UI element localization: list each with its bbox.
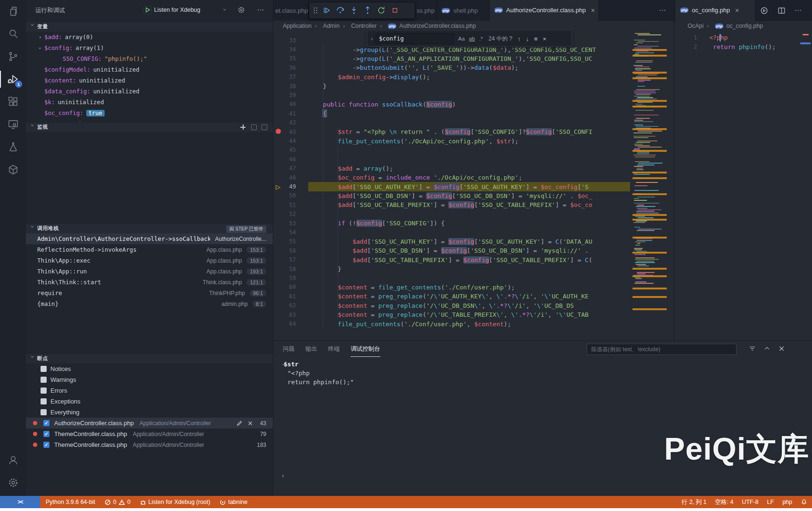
close-icon[interactable]: [778, 345, 786, 353]
console-filter-input[interactable]: 筛选器(例如 text、!exclude): [587, 344, 737, 355]
breadcrumb-item[interactable]: Admin: [312, 23, 340, 29]
tab-terminal[interactable]: 终端: [328, 345, 340, 353]
test-beaker-icon[interactable]: [0, 136, 26, 158]
twisty-icon[interactable]: ›: [36, 34, 44, 41]
code-line[interactable]: 38 }: [273, 82, 630, 91]
tab-partial-mid[interactable]: ss.php: [415, 0, 437, 21]
code-line[interactable]: 36 ->buttonSubmit('', L('_SAVE_'))->data…: [273, 63, 630, 72]
code-line[interactable]: 58 }: [273, 264, 630, 273]
status-eol[interactable]: LF: [767, 499, 774, 505]
settings-gear-icon[interactable]: [0, 471, 26, 494]
breakpoint-toggle-row[interactable]: Notices: [26, 363, 273, 374]
console-line[interactable]: "<?php: [273, 369, 812, 378]
variable-row[interactable]: ›$add:array(0): [26, 32, 273, 42]
drag-handle-icon[interactable]: [313, 7, 318, 14]
breakpoint-file-row[interactable]: ✓ThemeController.class.phpApplication/Ad…: [26, 439, 273, 450]
code-line[interactable]: 2 return phpinfo();: [674, 42, 812, 51]
stack-frame-row[interactable]: Think\App::runApp.class.php193:1: [26, 266, 273, 277]
find-input[interactable]: $config: [376, 33, 454, 44]
breadcrumb-item[interactable]: Controller: [340, 23, 377, 29]
console-input-prompt[interactable]: ›: [281, 472, 285, 479]
breakpoint-toggle-row[interactable]: Warnings: [26, 374, 273, 385]
breadcrumb-item[interactable]: phpAuthorizeController.class.php: [377, 23, 476, 29]
code-line[interactable]: 40 public function ssoCallback($config): [273, 100, 630, 109]
edit-pencil-icon[interactable]: [236, 420, 243, 427]
files-icon[interactable]: [0, 0, 26, 23]
stack-frame-row[interactable]: {main}admin.php8:1: [26, 298, 273, 309]
variable-row[interactable]: $k:uninitialized: [26, 97, 273, 107]
code-line[interactable]: 46: [273, 155, 630, 164]
stack-frame-row[interactable]: ReflectionMethod->invokeArgsApp.class.ph…: [26, 244, 273, 255]
chevron-down-icon[interactable]: ›: [221, 8, 229, 10]
split-editor-icon[interactable]: [777, 6, 786, 17]
package-icon[interactable]: [0, 158, 26, 181]
gear-icon[interactable]: [237, 6, 246, 16]
remote-indicator[interactable]: ><: [0, 496, 40, 508]
checkbox-unchecked[interactable]: [41, 387, 47, 394]
checkbox-unchecked[interactable]: [41, 366, 47, 372]
notifications-bell-icon[interactable]: [801, 499, 807, 505]
code-editor[interactable]: › $config Aa ab .* 24 中的 ? ↑ ↓ ≡ × 3334 …: [273, 31, 674, 340]
run-and-debug-icon[interactable]: 1: [0, 68, 26, 91]
tab-oc-config[interactable]: php oc_config.php ×: [675, 0, 755, 21]
tab-problems[interactable]: 问题: [283, 345, 295, 353]
code-line[interactable]: 56 $add['SSO_UC_DB_DSN'] = $config['SSO_…: [273, 246, 630, 255]
account-icon[interactable]: [0, 449, 26, 471]
find-prev-icon[interactable]: ↑: [517, 35, 521, 42]
watch-action-icon[interactable]: [251, 124, 257, 130]
match-case-icon[interactable]: Aa: [458, 36, 465, 41]
checkbox-unchecked[interactable]: [41, 409, 47, 415]
breakpoint-toggle-row[interactable]: Everything: [26, 407, 273, 418]
code-line[interactable]: 48 $oc_config = include_once './OcApi/oc…: [273, 173, 630, 182]
code-line[interactable]: 57 $add['SSO_UC_TABLE_PREFIX'] = $config…: [273, 256, 630, 264]
close-icon[interactable]: ×: [735, 7, 739, 14]
status-indentation[interactable]: 空格: 4: [715, 498, 733, 506]
code-line[interactable]: 53 if (!$config['SSO_CONFIG']) {: [273, 219, 630, 228]
status-xdebug[interactable]: Listen for Xdebug (root): [140, 499, 210, 505]
code-line[interactable]: 51 $add['SSO_UC_TABLE_PREFIX'] = $config…: [273, 200, 630, 209]
code-line[interactable]: 62 $content = preg_replace('/\'UC_DB_DSN…: [273, 301, 630, 310]
whole-word-icon[interactable]: ab: [469, 36, 475, 41]
breakpoint-toggle-row[interactable]: Exceptions: [26, 396, 273, 407]
stack-frame-row[interactable]: Think\Think::startThink.class.php121:1: [26, 277, 273, 288]
debug-step-out-icon[interactable]: [363, 6, 372, 15]
source-control-icon[interactable]: [0, 45, 26, 68]
variables-section-header[interactable]: › 变量: [26, 21, 273, 32]
search-icon[interactable]: [0, 23, 26, 45]
code-line[interactable]: 50 $add['SSO_UC_DB_DSN'] = $config['SSO_…: [273, 191, 630, 200]
code-line[interactable]: 37 $admin_config->display();: [273, 73, 630, 82]
code-line[interactable]: 42: [273, 118, 630, 127]
checkbox-unchecked[interactable]: [41, 377, 47, 383]
stack-frame-row[interactable]: Admin\Controller\AuthorizeController->ss…: [26, 233, 273, 244]
add-watch-icon[interactable]: [239, 124, 246, 131]
close-icon[interactable]: [247, 420, 254, 427]
remote-explorer-icon[interactable]: [0, 113, 26, 136]
filter-lines-icon[interactable]: [748, 345, 756, 353]
checkbox-checked[interactable]: ✓: [43, 442, 49, 448]
minimap[interactable]: [632, 31, 667, 314]
debug-start-icon[interactable]: [143, 5, 152, 15]
variable-row[interactable]: $str:"<?php: [26, 118, 273, 122]
breakpoints-section-header[interactable]: › 断点: [26, 353, 273, 363]
debug-step-into-icon[interactable]: [349, 6, 359, 15]
code-line[interactable]: 55 $add['SSO_UC_AUTH_KEY'] = $config['SS…: [273, 237, 630, 246]
debug-restart-icon[interactable]: [377, 6, 386, 15]
tab-partial-left[interactable]: et.class.php: [273, 0, 309, 21]
status-encoding[interactable]: UTF-8: [742, 499, 758, 505]
debug-stop-icon[interactable]: [390, 6, 400, 15]
twisty-icon[interactable]: ›: [37, 44, 43, 52]
status-language-mode[interactable]: php: [782, 499, 792, 505]
status-problems[interactable]: 0 0: [105, 499, 131, 505]
variable-row[interactable]: $content:uninitialized: [26, 75, 273, 86]
breakpoint-file-row[interactable]: ✓AuthorizeController.class.phpApplicatio…: [26, 418, 273, 429]
variable-row[interactable]: $oc_config:true: [26, 107, 273, 118]
code-line[interactable]: 41 {: [273, 109, 630, 118]
callstack-section-header[interactable]: › 调用堆栈 因 STEP 已暂停: [26, 223, 273, 233]
maximize-panel-icon[interactable]: [763, 345, 771, 353]
extensions-icon[interactable]: [0, 91, 26, 113]
code-line[interactable]: 35 ->group(L('_AS_AN_APPLICATION_CONFIGU…: [273, 54, 630, 63]
find-expand-icon[interactable]: ›: [371, 35, 373, 42]
breakpoint-file-row[interactable]: ✓ThemeController.class.phpApplication/Ad…: [26, 429, 273, 439]
debug-continue-icon[interactable]: [322, 6, 331, 15]
tab-authorizecontroller[interactable]: php AuthorizeController.class.php ×: [490, 0, 599, 21]
